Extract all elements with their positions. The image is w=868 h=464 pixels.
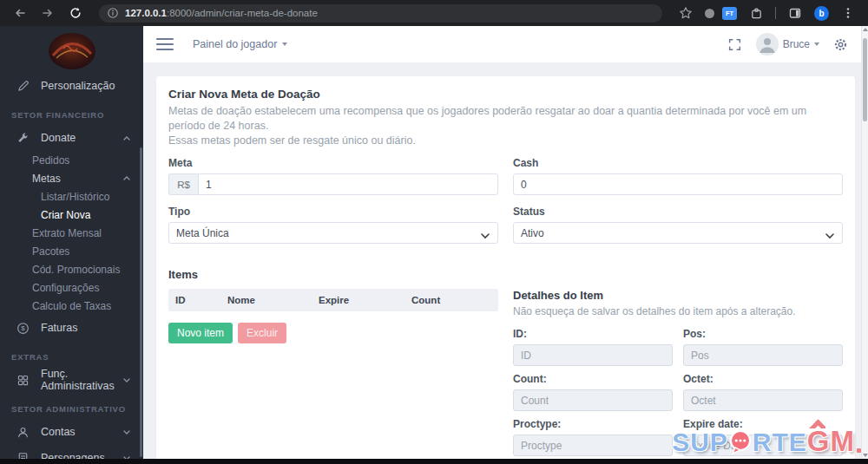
profile-avatar[interactable]: b bbox=[814, 6, 829, 21]
sidebar-item-pedidos[interactable]: Pedidos bbox=[0, 151, 143, 169]
svg-text:$: $ bbox=[21, 324, 25, 332]
sidebar-item-label: Contas bbox=[41, 426, 76, 438]
settings-gear-icon[interactable] bbox=[833, 37, 848, 52]
server-logo[interactable] bbox=[0, 26, 143, 71]
sidebar-item-extrato-mensal[interactable]: Extrato Mensal bbox=[0, 224, 143, 242]
toolbar-separator bbox=[775, 7, 776, 19]
sidebar-item-label: Faturas bbox=[41, 322, 77, 334]
bookmark-star-icon[interactable] bbox=[674, 2, 697, 24]
sidebar-item-personagens[interactable]: Personagens bbox=[0, 445, 143, 459]
page-scrollbar[interactable] bbox=[861, 26, 868, 459]
user-menu[interactable]: Bruce bbox=[756, 33, 819, 56]
sidebar-item-pacotes[interactable]: Pacotes bbox=[0, 242, 143, 260]
delete-item-button[interactable]: Excluir bbox=[238, 323, 286, 343]
detail-octet-input[interactable] bbox=[683, 389, 843, 411]
watermark-text-sup: SUP bbox=[672, 429, 728, 455]
main-area: Painel do jogador Bruce bbox=[143, 26, 861, 459]
extension-circle-icon[interactable] bbox=[705, 9, 714, 18]
content-area: Criar Nova Meta de Doação Metas de doaçã… bbox=[143, 62, 861, 459]
sidebar-item-func-administrativas[interactable]: Funç. Administrativas bbox=[0, 367, 143, 393]
user-avatar bbox=[756, 33, 779, 56]
cash-input[interactable] bbox=[513, 173, 843, 195]
meta-field: Meta R$ bbox=[168, 157, 498, 195]
detail-id-field: ID: bbox=[513, 328, 673, 366]
details-note: Não esqueça de salvar os detalhes do ite… bbox=[513, 305, 843, 317]
chevron-down-icon bbox=[825, 230, 834, 242]
page-scrollbar-thumb[interactable] bbox=[863, 38, 867, 121]
detail-id-input[interactable] bbox=[513, 344, 673, 366]
side-panel-icon[interactable] bbox=[784, 2, 806, 24]
details-heading: Detalhes do Item bbox=[513, 289, 843, 302]
speech-bubble-icon bbox=[729, 429, 752, 455]
ft-extension-icon[interactable]: FT bbox=[722, 7, 737, 20]
sidebar-item-label: Personagens bbox=[41, 452, 105, 459]
page-title: Criar Nova Meta de Doação bbox=[168, 88, 843, 101]
menu-toggle-icon[interactable] bbox=[156, 38, 174, 50]
items-table-header: ID Nome Expire Count bbox=[168, 289, 498, 311]
back-icon[interactable] bbox=[9, 2, 31, 24]
detail-proctype-input[interactable] bbox=[513, 435, 673, 456]
meta-input[interactable] bbox=[198, 173, 498, 195]
items-table-panel: ID Nome Expire Count Novo item Excluir bbox=[168, 289, 498, 459]
window-bottom-edge bbox=[0, 459, 868, 464]
url-text: 127.0.0.1:8000/admin/criar-meta-de-donat… bbox=[125, 8, 318, 18]
column-count: Count bbox=[411, 295, 498, 305]
sidebar-item-configuracoes[interactable]: Configurações bbox=[0, 278, 143, 297]
user-name: Bruce bbox=[783, 38, 810, 50]
address-bar[interactable]: 127.0.0.1:8000/admin/criar-meta-de-donat… bbox=[99, 4, 662, 23]
sidebar-item-cod-promocionais[interactable]: Cód. Promocionais bbox=[0, 260, 143, 278]
reload-icon[interactable] bbox=[64, 2, 87, 24]
sidebar-item-criar-nova[interactable]: Criar Nova bbox=[0, 206, 143, 224]
sidebar-item-calculo-de-taxas[interactable]: Calculo de Taxas bbox=[0, 297, 143, 315]
sidebar-menu: Personalização SETOR FINANCEIRO Donate P… bbox=[0, 73, 143, 459]
wrench-icon bbox=[16, 131, 30, 145]
sidebar-item-contas[interactable]: Contas bbox=[0, 419, 143, 445]
chevron-down-icon bbox=[481, 230, 490, 242]
forward-icon[interactable] bbox=[36, 2, 59, 24]
extensions-icon[interactable] bbox=[745, 2, 767, 24]
site-info-icon[interactable] bbox=[107, 7, 119, 19]
admin-app: Personalização SETOR FINANCEIRO Donate P… bbox=[0, 26, 868, 459]
topbar-menu-painel[interactable]: Painel do jogador bbox=[193, 38, 287, 50]
menu-kebab-icon[interactable] bbox=[837, 2, 859, 24]
detail-proctype-field: Proctype: bbox=[513, 418, 673, 456]
sidebar-item-personalizacao[interactable]: Personalização bbox=[0, 73, 143, 99]
page-subtitle-line1: Metas de doação estabelecem uma recompen… bbox=[168, 104, 843, 134]
detail-count-input[interactable] bbox=[513, 389, 673, 411]
chevron-down-icon bbox=[814, 42, 819, 46]
sidebar-item-listar-historico[interactable]: Listar/Histórico bbox=[0, 187, 143, 206]
detail-octet-field: Octet: bbox=[683, 373, 843, 411]
scroll-down-arrow-icon[interactable] bbox=[862, 454, 868, 457]
user-icon bbox=[16, 425, 30, 439]
suportegm-watermark: SUP RTE GM bbox=[672, 427, 861, 455]
sidebar-item-metas[interactable]: Metas bbox=[0, 169, 143, 187]
tipo-field: Tipo Meta Única bbox=[168, 206, 498, 244]
topbar: Painel do jogador Bruce bbox=[143, 26, 861, 62]
watermark-period bbox=[857, 448, 861, 453]
chevron-up-icon bbox=[123, 176, 130, 180]
document-icon bbox=[16, 451, 30, 459]
fullscreen-icon[interactable] bbox=[727, 37, 742, 52]
watermark-text-gm: GM bbox=[807, 427, 855, 455]
sidebar-scrollbar[interactable] bbox=[140, 147, 142, 457]
sidebar-item-donate[interactable]: Donate bbox=[0, 125, 143, 151]
chevron-down-icon bbox=[123, 378, 130, 382]
status-field: Status Ativo bbox=[513, 206, 843, 244]
scroll-up-arrow-icon[interactable] bbox=[862, 28, 868, 31]
server-logo-image bbox=[44, 31, 100, 71]
currency-prefix: R$ bbox=[168, 173, 198, 195]
sidebar-item-label: Donate bbox=[41, 132, 76, 144]
pen-icon bbox=[16, 79, 30, 93]
tipo-select[interactable]: Meta Única bbox=[168, 222, 498, 244]
detail-pos-input[interactable] bbox=[683, 344, 843, 366]
chevron-down-icon bbox=[282, 42, 287, 46]
sidebar-item-faturas[interactable]: $ Faturas bbox=[0, 315, 143, 341]
sidebar-section-administrativo: SETOR ADMINISTRATIVO bbox=[0, 398, 143, 419]
detail-pos-field: Pos: bbox=[683, 328, 843, 366]
cash-field: Cash bbox=[513, 157, 843, 195]
status-select[interactable]: Ativo bbox=[513, 222, 843, 244]
watermark-text-rte: RTE bbox=[753, 429, 807, 455]
sidebar-section-financeiro: SETOR FINANCEIRO bbox=[0, 104, 143, 125]
column-id: ID bbox=[175, 295, 227, 305]
new-item-button[interactable]: Novo item bbox=[168, 323, 233, 343]
